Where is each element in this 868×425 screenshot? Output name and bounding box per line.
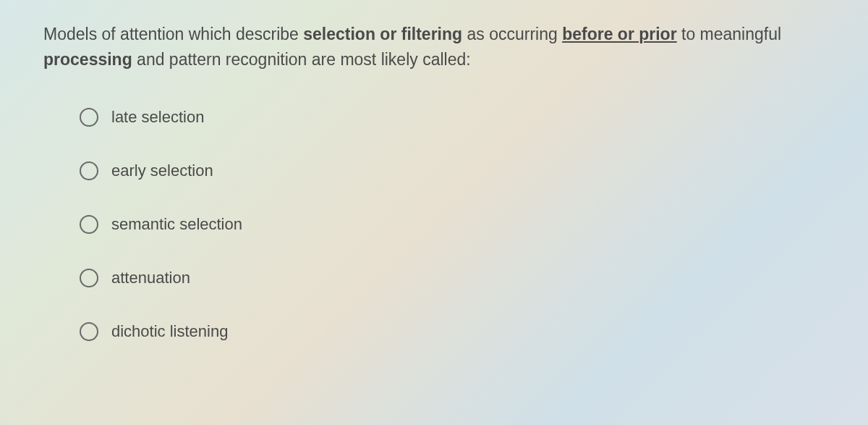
question-part2: as occurring: [462, 25, 562, 43]
option-label: dichotic listening: [111, 322, 228, 341]
question-text: Models of attention which describe selec…: [43, 22, 825, 72]
radio-icon[interactable]: [80, 161, 98, 180]
option-label: late selection: [111, 108, 204, 127]
radio-icon[interactable]: [80, 215, 98, 234]
question-part3: to meaningful: [677, 25, 781, 43]
option-late-selection[interactable]: late selection: [80, 108, 825, 127]
option-attenuation[interactable]: attenuation: [80, 269, 825, 287]
options-list: late selection early selection semantic …: [43, 108, 825, 341]
question-bold1: selection or filtering: [303, 25, 462, 43]
question-part1: Models of attention which describe: [43, 25, 303, 43]
question-bold2: processing: [43, 50, 132, 69]
question-part4: and pattern recognition are most likely …: [132, 50, 471, 69]
option-label: semantic selection: [111, 215, 242, 234]
option-semantic-selection[interactable]: semantic selection: [80, 215, 825, 234]
option-dichotic-listening[interactable]: dichotic listening: [80, 322, 825, 341]
radio-icon[interactable]: [80, 322, 98, 341]
option-early-selection[interactable]: early selection: [80, 161, 825, 180]
radio-icon[interactable]: [80, 108, 98, 127]
radio-icon[interactable]: [80, 269, 98, 287]
option-label: attenuation: [111, 269, 190, 287]
question-underline1: before or prior: [562, 25, 676, 43]
option-label: early selection: [111, 161, 213, 180]
